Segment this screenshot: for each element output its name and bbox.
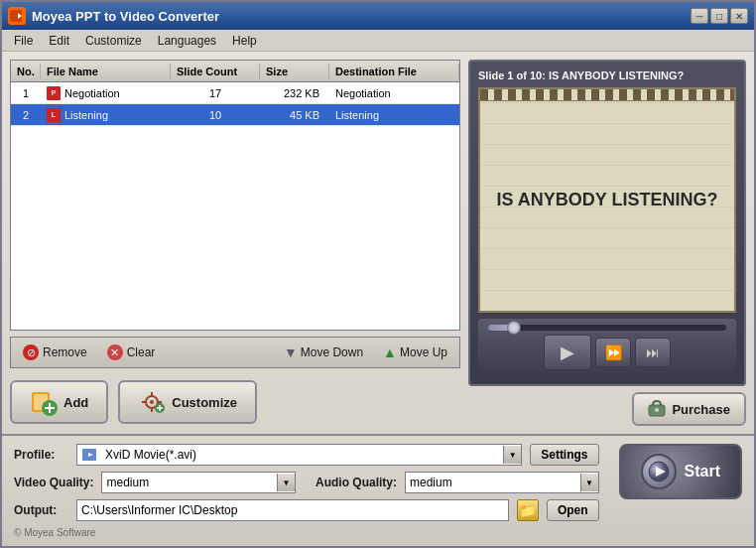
start-icon bbox=[641, 454, 677, 489]
col-header-dest: Destination File bbox=[329, 64, 459, 79]
start-area: Start bbox=[619, 444, 742, 499]
col-header-size: Size bbox=[260, 64, 329, 79]
svg-point-8 bbox=[150, 400, 154, 404]
row1-size: 232 KB bbox=[260, 85, 329, 101]
menu-languages[interactable]: Languages bbox=[150, 32, 224, 50]
open-button[interactable]: Open bbox=[547, 499, 599, 521]
output-row: Output: C:\Users\Informer IC\Desktop 📁 O… bbox=[14, 499, 599, 521]
preview-title: Slide 1 of 10: IS ANYBODY LISTENING? bbox=[478, 69, 736, 81]
slide-preview: IS ANYBODY LISTENING? bbox=[478, 87, 736, 313]
output-label: Output: bbox=[14, 503, 68, 517]
file-icon-1: P bbox=[47, 86, 61, 100]
toolbar: ⊘ Remove ✕ Clear ▼ Move Down ▲ Move Up bbox=[10, 337, 460, 368]
file-icon-2: L bbox=[47, 108, 61, 122]
video-quality-arrow[interactable]: ▼ bbox=[277, 474, 295, 491]
menu-help[interactable]: Help bbox=[224, 32, 265, 50]
menu-customize[interactable]: Customize bbox=[77, 32, 150, 50]
preview-area: Slide 1 of 10: IS ANYBODY LISTENING? IS … bbox=[468, 60, 746, 386]
svg-point-17 bbox=[655, 408, 659, 412]
menu-bar: File Edit Customize Languages Help bbox=[2, 30, 754, 52]
next-button[interactable]: ⏭ bbox=[635, 338, 671, 367]
settings-panel: Profile: XviD Movie(*.avi) ▼ Settings Vi… bbox=[2, 434, 754, 546]
profile-dropdown-arrow[interactable]: ▼ bbox=[503, 446, 521, 464]
move-down-button[interactable]: ▼ Move Down bbox=[280, 342, 367, 362]
table-row[interactable]: 1 P Negotiation 17 232 KB Negotiation bbox=[11, 82, 459, 104]
table-header: No. File Name Slide Count Size Destinati… bbox=[11, 61, 459, 82]
action-row: Add Customize bbox=[10, 374, 460, 426]
left-panel: No. File Name Slide Count Size Destinati… bbox=[10, 60, 460, 426]
window-title: Moyea PPT to Video Converter bbox=[32, 9, 685, 24]
output-path[interactable]: C:\Users\Informer IC\Desktop bbox=[76, 499, 509, 521]
menu-edit[interactable]: Edit bbox=[41, 32, 77, 50]
quality-row: Video Quality: medium ▼ Audio Quality: m… bbox=[14, 472, 599, 493]
move-up-icon: ▲ bbox=[383, 344, 397, 360]
start-button[interactable]: Start bbox=[619, 444, 742, 499]
row2-dest: Listening bbox=[329, 107, 459, 123]
row2-slidecount: 10 bbox=[171, 107, 260, 123]
customize-button[interactable]: Customize bbox=[118, 380, 257, 424]
copyright: © Moyea Software bbox=[14, 527, 599, 538]
app-icon bbox=[8, 7, 26, 25]
window-controls: ─ □ ✕ bbox=[691, 8, 748, 24]
main-content: No. File Name Slide Count Size Destinati… bbox=[2, 52, 754, 434]
playback-buttons: ▶ ⏩ ⏭ bbox=[484, 335, 730, 370]
row2-size: 45 KB bbox=[260, 107, 329, 123]
row1-dest: Negotiation bbox=[329, 85, 459, 101]
col-header-no: No. bbox=[11, 64, 41, 79]
profile-select[interactable]: XviD Movie(*.avi) ▼ bbox=[76, 444, 522, 466]
fast-forward-button[interactable]: ⏩ bbox=[595, 338, 631, 367]
table-body: 1 P Negotiation 17 232 KB Negotiation 2 … bbox=[11, 82, 459, 126]
close-button[interactable]: ✕ bbox=[730, 8, 748, 24]
profile-icon bbox=[80, 446, 98, 464]
move-down-icon: ▼ bbox=[284, 344, 298, 360]
settings-button[interactable]: Settings bbox=[530, 444, 598, 466]
add-icon bbox=[30, 388, 58, 416]
row1-no: 1 bbox=[11, 85, 41, 101]
row2-no: 2 bbox=[11, 107, 41, 123]
right-panel: Slide 1 of 10: IS ANYBODY LISTENING? IS … bbox=[468, 60, 746, 426]
video-quality-label: Video Quality: bbox=[14, 476, 93, 489]
audio-quality-select[interactable]: medium ▼ bbox=[405, 472, 599, 493]
slide-spiral bbox=[480, 89, 734, 101]
video-quality-select[interactable]: medium ▼ bbox=[101, 472, 296, 493]
table-row[interactable]: 2 L Listening 10 45 KB Listening bbox=[11, 104, 459, 126]
purchase-button[interactable]: Purchase bbox=[632, 392, 746, 426]
play-button[interactable]: ▶ bbox=[544, 335, 591, 370]
customize-icon bbox=[138, 388, 166, 416]
remove-icon: ⊘ bbox=[23, 344, 39, 360]
profile-label: Profile: bbox=[14, 448, 68, 462]
remove-button[interactable]: ⊘ Remove bbox=[19, 342, 91, 362]
col-header-filename: File Name bbox=[41, 64, 171, 79]
folder-browse-button[interactable]: 📁 bbox=[517, 499, 539, 521]
settings-section: Profile: XviD Movie(*.avi) ▼ Settings Vi… bbox=[14, 444, 599, 538]
player-controls: ▶ ⏩ ⏭ bbox=[478, 319, 736, 376]
move-up-button[interactable]: ▲ Move Up bbox=[379, 342, 451, 362]
clear-icon: ✕ bbox=[107, 344, 123, 360]
maximize-button[interactable]: □ bbox=[710, 8, 728, 24]
main-window: Moyea PPT to Video Converter ─ □ ✕ File … bbox=[0, 0, 756, 548]
row1-filename: P Negotiation bbox=[41, 84, 171, 102]
menu-file[interactable]: File bbox=[6, 32, 41, 50]
file-table: No. File Name Slide Count Size Destinati… bbox=[10, 60, 460, 331]
clear-button[interactable]: ✕ Clear bbox=[103, 342, 160, 362]
profile-row: Profile: XviD Movie(*.avi) ▼ Settings bbox=[14, 444, 599, 466]
row1-slidecount: 17 bbox=[171, 85, 260, 101]
row2-filename: L Listening bbox=[41, 106, 171, 124]
slide-text: IS ANYBODY LISTENING? bbox=[488, 182, 725, 218]
audio-quality-arrow[interactable]: ▼ bbox=[580, 474, 598, 491]
audio-quality-label: Audio Quality: bbox=[315, 476, 397, 489]
progress-thumb[interactable] bbox=[507, 321, 521, 335]
add-button[interactable]: Add bbox=[10, 380, 108, 424]
progress-bar[interactable] bbox=[488, 325, 726, 331]
minimize-button[interactable]: ─ bbox=[691, 8, 708, 24]
col-header-slidecount: Slide Count bbox=[171, 64, 260, 79]
purchase-icon bbox=[648, 400, 666, 418]
title-bar: Moyea PPT to Video Converter ─ □ ✕ bbox=[2, 2, 754, 30]
